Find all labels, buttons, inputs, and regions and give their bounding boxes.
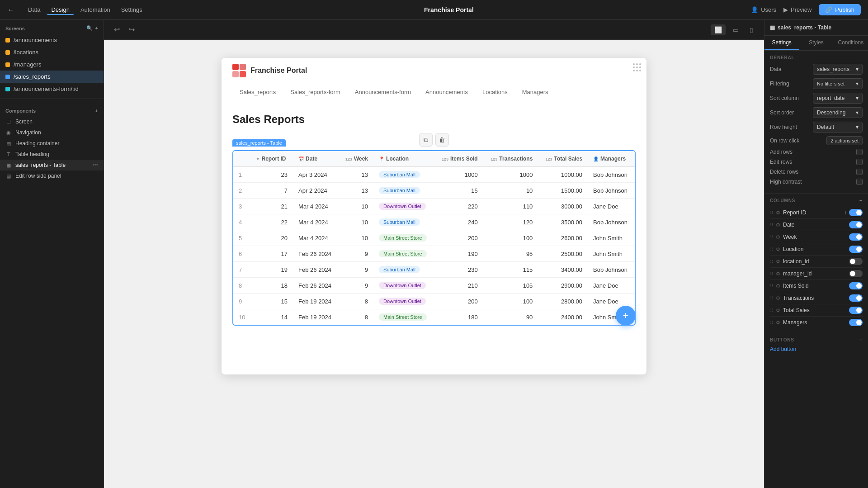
sidebar-item-locations[interactable]: /locations bbox=[0, 46, 104, 58]
filtering-select[interactable]: No filters set ▾ bbox=[813, 78, 863, 89]
search-icon[interactable]: 🔍 bbox=[86, 25, 93, 31]
table-row[interactable]: 3 21 Mar 4 2024 10 Downtown Outlet 220 1… bbox=[233, 199, 635, 214]
tablet-view-button[interactable]: ▭ bbox=[729, 24, 742, 35]
table-row[interactable]: 2 7 Apr 2 2024 13 Suburban Mall 15 10 15… bbox=[233, 183, 635, 199]
redo-button[interactable]: ↪ bbox=[126, 24, 137, 36]
column-toggle[interactable] bbox=[849, 246, 863, 253]
add-button-btn[interactable]: Add button bbox=[770, 346, 863, 352]
column-item[interactable]: ⠿ ⚙ Week bbox=[770, 231, 863, 243]
col-header-date[interactable]: 📅Date bbox=[293, 151, 339, 167]
gear-icon[interactable]: ⚙ bbox=[776, 308, 780, 313]
undo-button[interactable]: ↩ bbox=[111, 24, 123, 36]
column-item[interactable]: ⠿ ⚙ Transactions bbox=[770, 292, 863, 304]
col-header-report-id[interactable]: ✦Report ID bbox=[250, 151, 293, 167]
column-item[interactable]: ⠿ ⚙ Location bbox=[770, 243, 863, 256]
table-row[interactable]: 1 23 Apr 3 2024 13 Suburban Mall 1000 10… bbox=[233, 167, 635, 183]
info-icon[interactable]: ℹ bbox=[844, 210, 846, 215]
col-header-transactions[interactable]: 123Transactions bbox=[483, 151, 538, 167]
column-toggle[interactable] bbox=[849, 209, 863, 216]
column-item[interactable]: ⠿ ⚙ Report ID ℹ bbox=[770, 207, 863, 219]
nav-design[interactable]: Design bbox=[47, 5, 74, 15]
component-navigation[interactable]: ◉ Navigation bbox=[0, 127, 104, 138]
sidebar-item-announcements-form[interactable]: /announcements-form/:id bbox=[0, 83, 104, 95]
sidebar-item-managers[interactable]: /managers bbox=[0, 58, 104, 71]
edit-rows-checkbox[interactable] bbox=[856, 159, 863, 165]
gear-icon[interactable]: ⚙ bbox=[776, 320, 780, 326]
table-row[interactable]: 6 17 Feb 26 2024 9 Main Street Store 190… bbox=[233, 246, 635, 262]
gear-icon[interactable]: ⚙ bbox=[776, 295, 780, 301]
nav-managers[interactable]: Managers bbox=[515, 83, 556, 102]
high-contrast-checkbox[interactable] bbox=[856, 179, 863, 185]
nav-sales-reports-form[interactable]: Sales_reports-form bbox=[283, 83, 348, 102]
nav-announcements-form[interactable]: Announcements-form bbox=[348, 83, 418, 102]
column-toggle[interactable] bbox=[849, 319, 863, 326]
table-row[interactable]: 9 15 Feb 19 2024 8 Downtown Outlet 200 1… bbox=[233, 294, 635, 309]
column-item[interactable]: ⠿ ⚙ Date bbox=[770, 219, 863, 231]
tab-settings[interactable]: Settings bbox=[764, 36, 799, 50]
nav-sales-reports[interactable]: Sales_reports bbox=[232, 83, 283, 102]
component-edit-row-panel[interactable]: ▤ Edit row side panel bbox=[0, 171, 104, 181]
table-row[interactable]: 10 14 Feb 19 2024 8 Main Street Store 18… bbox=[233, 309, 635, 325]
column-toggle[interactable] bbox=[849, 258, 863, 265]
tab-conditions[interactable]: Conditions bbox=[834, 36, 868, 50]
delete-rows-checkbox[interactable] bbox=[856, 169, 863, 175]
table-row[interactable]: 8 18 Feb 26 2024 9 Downtown Outlet 210 1… bbox=[233, 278, 635, 294]
desktop-view-button[interactable]: ⬜ bbox=[711, 24, 726, 35]
gear-icon[interactable]: ⚙ bbox=[776, 271, 780, 277]
component-heading-container[interactable]: ▤ Heading container bbox=[0, 138, 104, 149]
col-header-week[interactable]: 123Week bbox=[339, 151, 373, 167]
nav-automation[interactable]: Automation bbox=[76, 5, 115, 15]
sidebar-item-sales-reports[interactable]: /sales_reports bbox=[0, 71, 104, 83]
gear-icon[interactable]: ⚙ bbox=[776, 210, 780, 216]
nav-data[interactable]: Data bbox=[24, 5, 45, 15]
gear-icon[interactable]: ⚙ bbox=[776, 246, 780, 252]
column-toggle[interactable] bbox=[849, 282, 863, 289]
nav-locations[interactable]: Locations bbox=[475, 83, 515, 102]
tab-styles[interactable]: Styles bbox=[799, 36, 833, 50]
sidebar-item-announcements[interactable]: /announcements bbox=[0, 34, 104, 46]
duplicate-button[interactable]: ⧉ bbox=[419, 133, 433, 147]
col-header-total-sales[interactable]: 123Total Sales bbox=[538, 151, 588, 167]
gear-icon[interactable]: ⚙ bbox=[776, 283, 780, 289]
delete-button[interactable]: 🗑 bbox=[435, 133, 449, 147]
gear-icon[interactable]: ⚙ bbox=[776, 259, 780, 265]
table-row[interactable]: 4 22 Mar 4 2024 10 Suburban Mall 240 120… bbox=[233, 214, 635, 230]
nav-settings[interactable]: Settings bbox=[117, 5, 147, 15]
sort-order-select[interactable]: Descending ▾ bbox=[813, 107, 863, 118]
column-item[interactable]: ⠿ ⚙ Total Sales bbox=[770, 304, 863, 317]
gear-icon[interactable]: ⚙ bbox=[776, 222, 780, 228]
table-options-icon[interactable]: ••• bbox=[92, 162, 98, 168]
column-item[interactable]: ⠿ ⚙ manager_id bbox=[770, 268, 863, 280]
data-select[interactable]: sales_reports ▾ bbox=[813, 64, 863, 75]
collapse-buttons-icon[interactable]: − bbox=[859, 337, 863, 342]
data-table-container[interactable]: ✦Report ID 📅Date 123Week 📍Location 123It… bbox=[232, 150, 636, 326]
on-row-click-value[interactable]: 2 actions set bbox=[826, 136, 863, 145]
col-header-managers[interactable]: 👤Managers bbox=[588, 151, 635, 167]
users-button[interactable]: 👤 Users bbox=[751, 6, 776, 13]
column-item[interactable]: ⠿ ⚙ location_id bbox=[770, 256, 863, 268]
component-sales-reports-table[interactable]: ▦ sales_reports - Table ••• bbox=[0, 160, 104, 171]
table-row[interactable]: 5 20 Mar 4 2024 10 Main Street Store 200… bbox=[233, 230, 635, 246]
column-toggle[interactable] bbox=[849, 233, 863, 241]
add-component-icon[interactable]: + bbox=[95, 108, 98, 114]
nav-announcements[interactable]: Announcements bbox=[418, 83, 475, 102]
canvas-scroll[interactable]: Franchise Portal Sales_reports Sales_rep… bbox=[104, 40, 764, 488]
collapse-icon[interactable]: − bbox=[859, 198, 863, 203]
column-toggle[interactable] bbox=[849, 270, 863, 277]
column-item[interactable]: ⠿ ⚙ Items Sold bbox=[770, 280, 863, 292]
col-header-location[interactable]: 📍Location bbox=[373, 151, 434, 167]
col-header-items-sold[interactable]: 123Items Sold bbox=[434, 151, 483, 167]
row-height-select[interactable]: Default ▾ bbox=[813, 122, 863, 133]
back-button[interactable]: ← bbox=[7, 6, 14, 14]
column-toggle[interactable] bbox=[849, 294, 863, 302]
publish-button[interactable]: 🔗 Publish bbox=[819, 4, 861, 15]
add-screen-icon[interactable]: + bbox=[95, 25, 98, 31]
column-toggle[interactable] bbox=[849, 307, 863, 314]
fab-button[interactable]: + bbox=[616, 306, 636, 326]
table-row[interactable]: 7 19 Feb 26 2024 9 Suburban Mall 230 115… bbox=[233, 262, 635, 278]
add-rows-checkbox[interactable] bbox=[856, 149, 863, 155]
preview-button[interactable]: ▶ Preview bbox=[783, 6, 811, 13]
column-toggle[interactable] bbox=[849, 221, 863, 228]
sort-column-select[interactable]: report_date ▾ bbox=[813, 93, 863, 104]
mobile-view-button[interactable]: ▯ bbox=[746, 24, 757, 35]
